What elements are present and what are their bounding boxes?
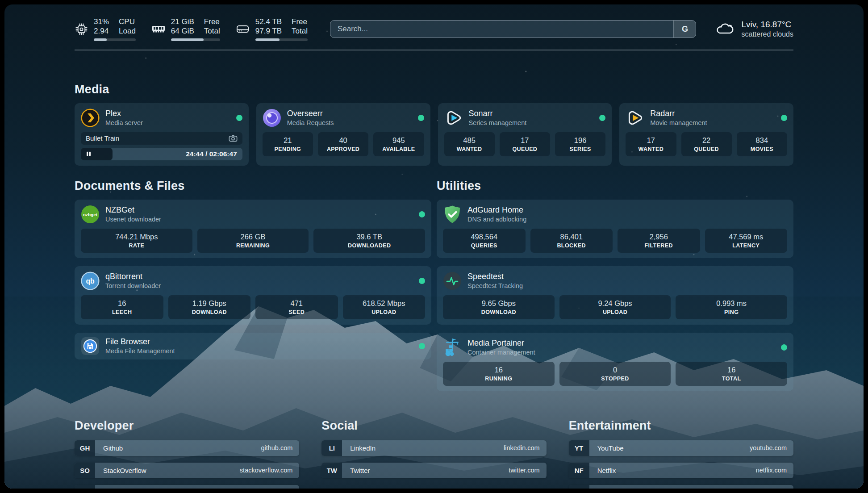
service-description: Speedtest Tracking — [467, 282, 523, 290]
service-name: File Browser — [105, 337, 175, 347]
stat-approved: 40 APPROVED — [318, 132, 368, 156]
stat-wanted: 17 WANTED — [626, 132, 676, 156]
playback-progress-bar: 24:44 / 02:06:47 — [81, 148, 242, 160]
stat-leech: 16 LEECH — [81, 295, 163, 319]
status-dot — [418, 115, 424, 121]
now-playing-row: Bullet Train — [81, 132, 242, 145]
stat-pending: 21 PENDING — [263, 132, 313, 156]
section-title-entertainment: Entertainment — [569, 419, 793, 433]
cpu-widget: 31% 2.94 CPU Load — [75, 17, 136, 41]
qbittorrent-icon: qb — [81, 272, 100, 290]
plex-icon — [81, 109, 100, 127]
stat-latency: 47.569 ms LATENCY — [705, 229, 788, 253]
stat-downloaded: 39.6 TB DOWNLOADED — [313, 229, 425, 253]
service-card-nzbget[interactable]: nzbget NZBGet Usenet downloader 744.21 M… — [75, 200, 431, 258]
service-name: Overseerr — [287, 109, 334, 118]
memory-values: 21 GiB 64 GiB — [171, 17, 194, 36]
documents-column: Documents & Files nzbget NZBGet Usenet d — [75, 179, 431, 399]
bookmark-url: netflix.com — [756, 463, 793, 478]
service-card-sonarr[interactable]: Sonarr Series management 485 WANTED 17 Q… — [438, 103, 612, 166]
service-card-overseerr[interactable]: Overseerr Media Requests 21 PENDING 40 A… — [256, 103, 430, 166]
portainer-icon — [443, 338, 462, 357]
stat-seed: 471 SEED — [255, 295, 338, 319]
bookmark-url: dev.to — [275, 485, 299, 489]
weather-summary: Lviv, 16.87°C — [741, 19, 793, 30]
service-card-filebrowser[interactable]: File Browser Media File Management — [75, 333, 431, 359]
stat-wanted: 485 WANTED — [444, 132, 495, 156]
svg-text:qb: qb — [86, 277, 94, 285]
bookmark-abbr: NF — [569, 463, 589, 478]
radarr-icon — [626, 109, 644, 127]
bookmark-linkedin[interactable]: LI LinkedIn linkedin.com — [321, 440, 546, 456]
bookmarks-developer: Developer GH Github github.com SO StackO… — [75, 419, 299, 489]
bookmarks-social: Social LI LinkedIn linkedin.com TW Twitt… — [321, 419, 546, 489]
memory-labels: Free Total — [204, 17, 220, 36]
service-name: qBittorrent — [105, 272, 161, 281]
weather-widget: Lviv, 16.87°C scattered clouds — [716, 19, 793, 39]
bookmark-url: youtube.com — [750, 440, 793, 456]
stat-rate: 744.21 Mbps RATE — [81, 229, 192, 253]
stat-download: 9.65 Gbps DOWNLOAD — [443, 295, 555, 319]
section-title-developer: Developer — [75, 419, 299, 433]
service-card-adguard[interactable]: AdGuard Home DNS and adblocking 498,564 … — [437, 200, 793, 258]
bookmark-twitter[interactable]: TW Twitter twitter.com — [321, 463, 546, 478]
search-bar: G — [330, 20, 697, 38]
bookmark-name: LinkedIn — [342, 440, 376, 456]
search-provider-button[interactable]: G — [673, 21, 696, 38]
top-bar: 31% 2.94 CPU Load — [75, 15, 793, 43]
status-dot — [781, 344, 787, 351]
status-dot — [419, 343, 425, 349]
bookmark-name: DEV — [95, 485, 117, 489]
cpu-progress-bar — [94, 38, 136, 41]
bookmark-abbr: TW — [321, 463, 342, 478]
status-dot — [236, 115, 242, 121]
service-name: Speedtest — [467, 272, 523, 281]
bookmark-abbr: LI — [321, 440, 342, 456]
sonarr-icon — [444, 109, 463, 127]
weather-condition: scattered clouds — [741, 30, 793, 39]
service-card-speedtest[interactable]: Speedtest Speedtest Tracking 9.65 Gbps D… — [437, 266, 793, 325]
bookmark-stackoverflow[interactable]: SO StackOverflow stackoverflow.com — [75, 463, 299, 478]
stat-remaining: 266 GB REMAINING — [197, 229, 309, 253]
service-description: Movie management — [650, 119, 707, 127]
status-dot — [599, 115, 605, 121]
cpu-icon — [75, 23, 88, 35]
bookmarks-entertainment: Entertainment YT YouTube youtube.com NF … — [569, 419, 793, 489]
bookmark-youtube[interactable]: YT YouTube youtube.com — [569, 440, 793, 456]
bookmark-dev[interactable]: DT DEV dev.to — [75, 485, 299, 489]
bookmark-name: Netflix — [589, 463, 616, 478]
service-card-radarr[interactable]: Radarr Movie management 17 WANTED 22 QUE… — [619, 103, 793, 166]
service-description: DNS and adblocking — [467, 215, 526, 223]
search-input[interactable] — [330, 21, 674, 38]
section-title-documents: Documents & Files — [75, 179, 431, 193]
memory-icon — [152, 24, 165, 34]
status-dot — [419, 211, 425, 217]
bookmark-abbr: DT — [75, 485, 95, 489]
bookmark-netflix[interactable]: NF Netflix netflix.com — [569, 463, 793, 478]
stat-download: 1.19 Gbps DOWNLOAD — [168, 295, 251, 319]
bookmark-reddit[interactable]: RE Reddit reddit.com — [569, 485, 793, 489]
service-card-plex[interactable]: Plex Media server Bullet Train — [75, 103, 249, 166]
service-name: NZBGet — [105, 205, 161, 215]
service-description: Media Requests — [287, 119, 334, 127]
stat-queries: 498,564 QUERIES — [443, 229, 526, 253]
nzbget-icon: nzbget — [81, 205, 100, 224]
stat-running: 16 RUNNING — [443, 362, 555, 386]
section-title-utilities: Utilities — [437, 179, 793, 193]
bookmark-abbr: GH — [75, 440, 95, 456]
bookmark-url: reddit.com — [756, 485, 793, 489]
stat-filtered: 2,956 FILTERED — [618, 229, 700, 253]
playback-time: 24:44 / 02:06:47 — [186, 150, 242, 158]
bookmark-name: YouTube — [589, 440, 624, 456]
bookmark-github[interactable]: GH Github github.com — [75, 440, 299, 456]
service-card-qbittorrent[interactable]: qb qBittorrent Torrent downloader 16 LEE… — [75, 266, 431, 325]
service-card-portainer[interactable]: Media Portainer Container management 16 … — [437, 333, 793, 391]
service-name: AdGuard Home — [467, 205, 526, 215]
disk-labels: Free Total — [292, 17, 308, 36]
bookmark-name: Twitter — [342, 463, 370, 478]
service-description: Series management — [469, 119, 527, 127]
service-description: Torrent downloader — [105, 282, 161, 290]
cloud-icon — [716, 21, 734, 37]
service-description: Container management — [467, 348, 535, 356]
camera-icon — [229, 134, 238, 142]
